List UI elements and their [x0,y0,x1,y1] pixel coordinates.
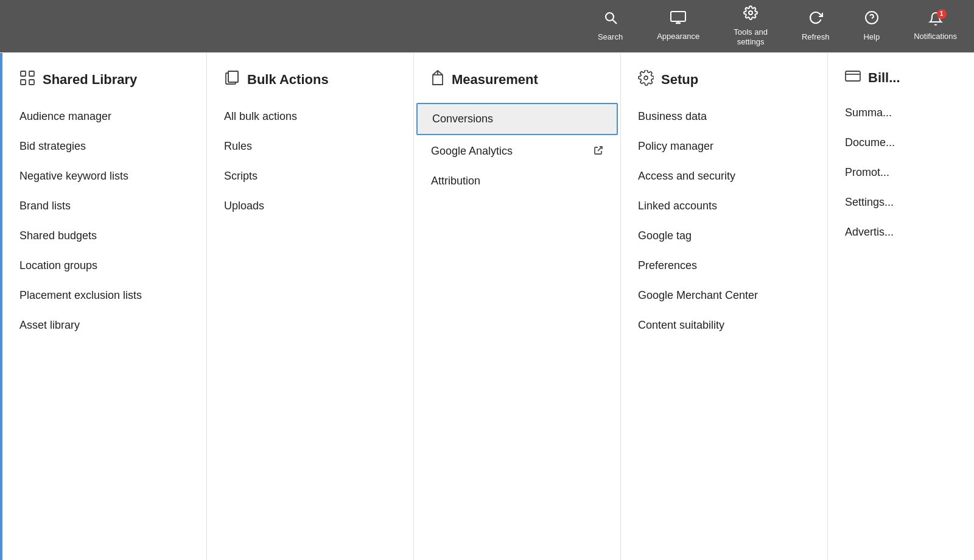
search-icon [603,10,618,29]
list-item[interactable]: Google Analytics [414,136,620,166]
list-item[interactable]: Settings... [828,187,974,217]
list-item[interactable]: Advertis... [828,217,974,247]
measurement-items: Conversions Google Analytics Attribution [414,103,620,196]
measurement-header: Measurement [414,53,620,102]
list-item[interactable]: Docume... [828,128,974,158]
list-item[interactable]: Policy manager [621,131,827,161]
appearance-label: Appearance [657,32,699,41]
shared-library-icon [19,70,35,89]
refresh-icon [808,10,823,29]
conversions-item[interactable]: Conversions [416,103,618,135]
tools-icon [743,5,758,24]
appearance-icon [670,11,686,28]
svg-rect-8 [21,71,26,76]
setup-items: Business data Policy manager Access and … [621,102,827,340]
setup-icon [638,70,654,89]
list-item[interactable]: Business data [621,102,827,131]
bulk-actions-items: All bulk actions Rules Scripts Uploads [207,102,413,221]
help-label: Help [863,32,880,42]
refresh-button[interactable]: Refresh [785,0,847,52]
svg-rect-19 [846,71,860,81]
svg-line-1 [612,20,617,24]
list-item[interactable]: Preferences [621,251,827,281]
list-item[interactable]: Attribution [414,166,620,196]
billing-header: Bill... [828,53,974,98]
list-item[interactable]: Shared budgets [2,221,206,251]
tools-settings-button[interactable]: Tools and settings [716,0,785,52]
svg-line-17 [598,147,602,151]
col-bulk-actions: Bulk Actions All bulk actions Rules Scri… [207,53,414,560]
list-item[interactable]: Scripts [207,161,413,191]
measurement-title: Measurement [452,72,538,88]
list-item[interactable]: Linked accounts [621,191,827,221]
bulk-actions-header: Bulk Actions [207,53,413,102]
list-item[interactable]: Asset library [2,310,206,340]
list-item[interactable]: Location groups [2,251,206,281]
svg-rect-13 [228,71,238,82]
notifications-label: Notifications [914,32,957,41]
svg-rect-10 [21,80,26,85]
billing-items: Summa... Docume... Promot... Settings...… [828,98,974,247]
col-setup: Setup Business data Policy manager Acces… [621,53,828,560]
list-item[interactable]: Promot... [828,158,974,187]
tools-settings-label: Tools and settings [734,27,768,46]
search-button[interactable]: Search [581,0,640,52]
toolbar-items: Search Appearance Tools and settings [581,0,974,52]
main-content: Shared Library Audience manager Bid stra… [0,52,974,560]
shared-library-title: Shared Library [43,72,137,88]
refresh-label: Refresh [802,32,830,42]
svg-point-0 [606,13,614,21]
list-item[interactable]: Bid strategies [2,131,206,161]
toolbar: Search Appearance Tools and settings [0,0,974,52]
list-item[interactable]: Negative keyword lists [2,161,206,191]
external-link-icon [594,145,603,158]
col-measurement: Measurement Conversions Google Analytics… [414,53,621,560]
notification-badge: 1 [937,9,947,19]
list-item[interactable]: Uploads [207,191,413,221]
list-item[interactable]: Brand lists [2,191,206,221]
appearance-button[interactable]: Appearance [640,0,716,52]
list-item[interactable]: Content suitability [621,310,827,340]
list-item[interactable]: Google tag [621,221,827,251]
list-item[interactable]: Summa... [828,98,974,128]
setup-header: Setup [621,53,827,102]
list-item[interactable]: Placement exclusion lists [2,281,206,310]
list-item[interactable]: Google Merchant Center [621,281,827,310]
list-item[interactable]: Rules [207,131,413,161]
col-shared-library: Shared Library Audience manager Bid stra… [0,53,207,560]
svg-point-5 [749,11,752,15]
help-button[interactable]: Help [846,0,897,52]
list-item[interactable]: Access and security [621,161,827,191]
shared-library-header: Shared Library [2,53,206,102]
help-icon [864,10,879,29]
list-item[interactable]: All bulk actions [207,102,413,131]
bulk-actions-icon [224,70,240,89]
shared-library-items: Audience manager Bid strategies Negative… [2,102,206,340]
setup-title: Setup [661,72,698,88]
list-item[interactable]: Audience manager [2,102,206,131]
svg-rect-11 [29,80,34,85]
search-label: Search [598,32,623,42]
svg-point-18 [644,76,648,80]
svg-rect-9 [29,71,34,76]
notifications-button[interactable]: 1 Notifications [897,0,974,52]
svg-rect-2 [671,12,685,21]
notifications-icon-wrapper: 1 [928,12,943,28]
col-billing: Bill... Summa... Docume... Promot... Set… [828,53,974,560]
measurement-icon [431,70,444,89]
billing-icon [845,70,861,86]
bulk-actions-title: Bulk Actions [247,72,329,88]
billing-title: Bill... [868,70,900,86]
